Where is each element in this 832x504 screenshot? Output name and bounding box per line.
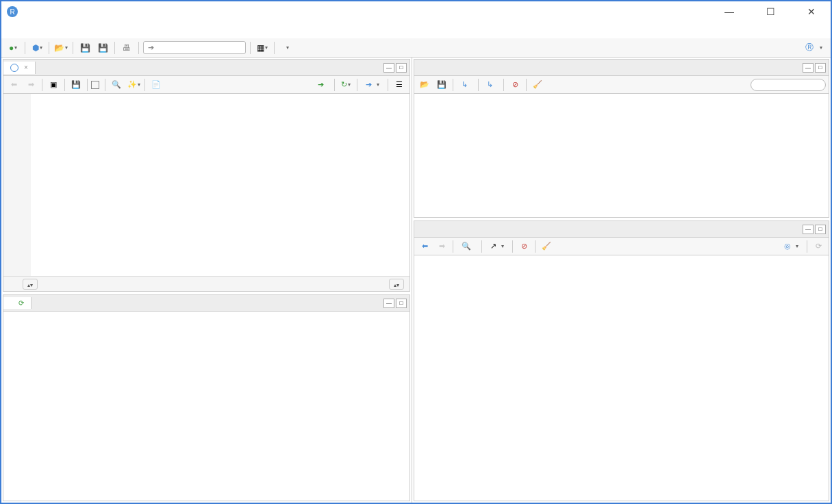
environment-history-pane: — □ 📂 💾 ↳ ↳ ⊘ 🧹	[414, 59, 829, 218]
remove-entry-icon[interactable]: ⊘	[507, 77, 522, 92]
export-button[interactable]: ↗▾	[486, 240, 509, 253]
plot-legend	[751, 377, 826, 379]
app-icon: R	[7, 6, 18, 17]
new-file-icon[interactable]: ●▾	[5, 40, 21, 55]
save-icon[interactable]: 💾	[77, 40, 92, 55]
rstudio-window: R — ☐ ✕ ●▾ ⬢▾ 📂▾ 💾 💾 🖶 ➔ ▦▾ ▾ Ⓡ ▾	[0, 0, 832, 504]
history-list[interactable]	[414, 94, 829, 217]
run-button[interactable]: ➔	[313, 78, 331, 91]
open-file-icon[interactable]: 📂▾	[53, 40, 68, 55]
maximize-pane-button[interactable]: □	[396, 63, 407, 73]
save-all-icon[interactable]: 💾	[95, 40, 110, 55]
plot-display	[414, 255, 829, 501]
arrow-right-icon: ➔	[148, 43, 154, 52]
maximize-plots-button[interactable]: □	[815, 225, 826, 234]
zoom-button[interactable]: 🔍	[457, 240, 478, 253]
menubar	[1, 22, 831, 38]
sync-icon[interactable]: ⟳	[18, 299, 24, 307]
plots-pane: — □ ⬅ ➡ 🔍 ↗▾ ⊘ 🧹 ◎▾	[414, 220, 829, 501]
source-pane: × — □ ⬅ ➡ ▣ 💾	[3, 59, 410, 292]
previous-plot-icon[interactable]: ⬅	[417, 239, 432, 254]
titlebar: R — ☐ ✕	[1, 1, 831, 22]
remove-plot-icon[interactable]: ⊘	[516, 239, 531, 254]
export-icon: ↗	[490, 242, 496, 251]
goto-file-function-input[interactable]: ➔	[143, 41, 246, 54]
back-icon[interactable]: ⬅	[6, 77, 21, 92]
wand-icon[interactable]: ✨▾	[126, 77, 141, 92]
close-button[interactable]: ✕	[798, 2, 825, 21]
file-type-indicator[interactable]: ▴▾	[389, 279, 404, 290]
source-tab-code-r[interactable]: ×	[3, 62, 36, 74]
console-pane: ⟳ — □	[3, 294, 410, 501]
minimize-plots-button[interactable]: —	[803, 225, 814, 234]
zoom-icon: 🔍	[462, 242, 471, 251]
minimize-pane-button[interactable]: —	[383, 63, 394, 73]
to-console-button[interactable]: ↳	[457, 78, 475, 91]
minimize-console-button[interactable]: —	[383, 299, 394, 308]
save-history-icon[interactable]: 💾	[434, 77, 449, 92]
forward-icon[interactable]: ➡	[23, 77, 38, 92]
addins-dropdown[interactable]: ▾	[279, 42, 294, 53]
maximize-button[interactable]: ☐	[757, 2, 784, 21]
show-in-new-window-icon[interactable]: ▣	[46, 77, 61, 92]
r-file-icon	[10, 64, 18, 72]
maximize-console-button[interactable]: □	[396, 299, 407, 308]
density-plot	[417, 258, 751, 498]
to-console-icon: ↳	[462, 80, 468, 89]
source-button[interactable]: ➔▾	[361, 78, 384, 91]
minimize-env-button[interactable]: —	[803, 63, 814, 73]
close-tab-icon[interactable]: ×	[24, 64, 28, 71]
minimize-button[interactable]: —	[716, 2, 743, 21]
new-project-icon[interactable]: ⬢▾	[29, 40, 45, 55]
scope-indicator[interactable]: ▴▾	[23, 279, 38, 290]
find-icon[interactable]: 🔍	[109, 77, 124, 92]
maximize-env-button[interactable]: □	[815, 63, 826, 73]
console-output[interactable]	[3, 312, 409, 501]
main-toolbar: ●▾ ⬢▾ 📂▾ 💾 💾 🖶 ➔ ▦▾ ▾ Ⓡ ▾	[1, 38, 831, 58]
code-editor[interactable]	[3, 94, 409, 276]
refresh-plot-icon[interactable]: ⟳	[811, 239, 826, 254]
outline-icon[interactable]: ☰	[392, 77, 407, 92]
next-plot-icon[interactable]: ➡	[434, 239, 449, 254]
load-history-icon[interactable]: 📂	[417, 77, 432, 92]
source-on-save-checkbox[interactable]	[91, 81, 101, 89]
project-selector[interactable]: Ⓡ ▾	[801, 40, 827, 55]
publish-button[interactable]: ◎▾	[779, 240, 803, 253]
console-tab[interactable]: ⟳	[3, 297, 31, 309]
print-icon[interactable]: 🖶	[119, 40, 134, 55]
rerun-icon[interactable]: ↻▾	[338, 77, 353, 92]
run-arrow-icon: ➔	[318, 80, 324, 89]
source-arrow-icon: ➔	[366, 80, 372, 89]
publish-icon: ◎	[784, 242, 791, 251]
to-source-icon: ↳	[487, 80, 493, 89]
grid-icon[interactable]: ▦▾	[255, 40, 270, 55]
r-icon: Ⓡ	[805, 42, 814, 53]
history-search-input[interactable]	[751, 79, 826, 91]
to-source-button[interactable]: ↳	[482, 78, 500, 91]
clear-history-icon[interactable]: 🧹	[530, 77, 545, 92]
save-file-icon[interactable]: 💾	[68, 77, 84, 92]
clear-plots-icon[interactable]: 🧹	[539, 239, 554, 254]
compile-report-icon[interactable]: 📄	[149, 77, 164, 92]
